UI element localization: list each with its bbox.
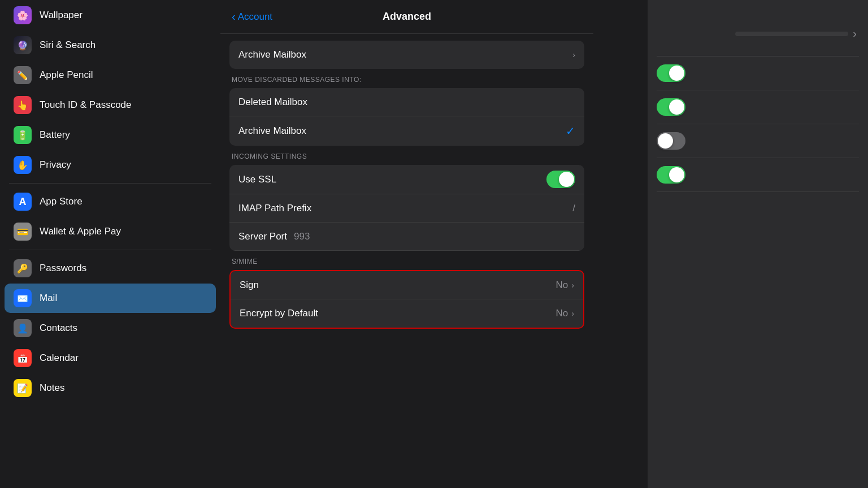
sign-label: Sign	[240, 280, 259, 291]
sidebar-item-wallet[interactable]: 💳 Wallet & Apple Pay	[5, 217, 216, 246]
right-toggle-row-3	[657, 124, 859, 158]
sidebar-label-appstore: App Store	[40, 196, 83, 207]
server-port-value: 993	[294, 231, 310, 242]
sidebar-label-calendar: Calendar	[40, 352, 79, 364]
sidebar-item-calendar[interactable]: 📅 Calendar	[5, 343, 216, 373]
sidebar-divider-1	[9, 183, 211, 184]
sidebar-label-wallet: Wallet & Apple Pay	[40, 226, 121, 237]
sidebar-label-battery: Battery	[40, 129, 70, 141]
contacts-icon: 👤	[14, 319, 32, 337]
sign-value-text: No	[556, 280, 568, 291]
toggle-4[interactable]	[657, 166, 685, 184]
notes-icon: 📝	[14, 379, 32, 397]
sidebar-item-passwords[interactable]: 🔑 Passwords	[5, 254, 216, 283]
encrypt-chevron: ›	[571, 309, 574, 318]
toggle-1[interactable]	[657, 64, 685, 82]
sidebar-item-notes[interactable]: 📝 Notes	[5, 373, 216, 403]
right-panel: ›	[648, 0, 868, 488]
advanced-modal: ‹ Account Advanced Archive Mailbox › MOV…	[220, 0, 593, 488]
sidebar-label-contacts: Contacts	[40, 323, 77, 334]
main-content: ‹ Account Advanced Archive Mailbox › MOV…	[220, 0, 868, 488]
move-discarded-header: MOVE DISCARDED MESSAGES INTO:	[220, 76, 593, 88]
sidebar-item-appstore[interactable]: A App Store	[5, 187, 216, 216]
archive-mailbox-value: ›	[572, 50, 575, 59]
deleted-mailbox-row[interactable]: Deleted Mailbox	[229, 88, 584, 116]
back-chevron-icon: ‹	[232, 10, 236, 23]
sidebar: 🌸 Wallpaper 🔮 Siri & Search ✏️ Apple Pen…	[0, 0, 220, 488]
sidebar-divider-2	[9, 250, 211, 250]
use-ssl-row: Use SSL	[229, 165, 584, 194]
smime-header: S/MIME	[220, 258, 593, 270]
incoming-settings-header: INCOMING SETTINGS	[220, 152, 593, 165]
sidebar-label-pencil: Apple Pencil	[40, 69, 93, 81]
sidebar-label-siri: Siri & Search	[40, 40, 96, 51]
archive-mailbox-group: Archive Mailbox ›	[229, 41, 584, 69]
sidebar-item-mail[interactable]: ✉️ Mail	[5, 284, 216, 313]
sidebar-label-wallpaper: Wallpaper	[40, 10, 83, 21]
modal-title: Advanced	[383, 11, 431, 23]
appstore-icon: A	[14, 193, 32, 211]
encrypt-value-text: No	[556, 308, 568, 319]
sign-value: No ›	[556, 280, 574, 291]
incoming-settings-group: Use SSL IMAP Path Prefix / Server Port 9…	[229, 165, 584, 251]
passwords-icon: 🔑	[14, 259, 32, 277]
toggle-2[interactable]	[657, 98, 685, 116]
sidebar-item-pencil[interactable]: ✏️ Apple Pencil	[5, 60, 216, 90]
sidebar-item-siri[interactable]: 🔮 Siri & Search	[5, 30, 216, 60]
archive-mailbox-chevron: ›	[572, 50, 575, 59]
back-button[interactable]: ‹ Account	[232, 10, 272, 23]
archive-mailbox-label2: Archive Mailbox	[238, 125, 306, 137]
sidebar-item-battery[interactable]: 🔋 Battery	[5, 120, 216, 150]
sidebar-label-notes: Notes	[40, 382, 64, 394]
use-ssl-toggle[interactable]	[546, 171, 575, 188]
sign-chevron: ›	[571, 281, 574, 290]
encrypt-row[interactable]: Encrypt by Default No ›	[231, 299, 583, 328]
move-discarded-group: Deleted Mailbox Archive Mailbox ✓	[229, 88, 584, 146]
sidebar-item-contacts[interactable]: 👤 Contacts	[5, 313, 216, 343]
sidebar-item-touchid[interactable]: 👆 Touch ID & Passcode	[5, 90, 216, 120]
wallet-icon: 💳	[14, 223, 32, 241]
touchid-icon: 👆	[14, 96, 32, 114]
mail-icon: ✉️	[14, 289, 32, 307]
archive-mailbox-row[interactable]: Archive Mailbox ›	[229, 41, 584, 69]
right-toggle-row-2	[657, 90, 859, 124]
archive-mailbox-label: Archive Mailbox	[238, 49, 306, 60]
server-port-label: Server Port	[238, 231, 287, 242]
sidebar-item-wallpaper[interactable]: 🌸 Wallpaper	[5, 1, 216, 30]
back-label: Account	[238, 11, 272, 23]
use-ssl-label: Use SSL	[238, 174, 276, 185]
checkmark-icon: ✓	[566, 124, 575, 138]
server-port-row[interactable]: Server Port 993	[229, 223, 584, 251]
wallpaper-icon: 🌸	[14, 6, 32, 24]
smime-group: Sign No › Encrypt by Default No ›	[229, 270, 584, 329]
imap-prefix-value: /	[572, 203, 575, 214]
sidebar-item-privacy[interactable]: ✋ Privacy	[5, 150, 216, 180]
archive-mailbox-row2[interactable]: Archive Mailbox ✓	[229, 116, 584, 146]
modal-header: ‹ Account Advanced	[220, 0, 593, 34]
modal-scroll[interactable]: Archive Mailbox › MOVE DISCARDED MESSAGE…	[220, 34, 593, 488]
sidebar-label-mail: Mail	[40, 293, 57, 304]
toggle-3[interactable]	[657, 132, 685, 150]
right-toggle-row-1	[657, 56, 859, 90]
privacy-icon: ✋	[14, 156, 32, 174]
pencil-icon: ✏️	[14, 66, 32, 84]
encrypt-value: No ›	[556, 308, 574, 319]
sidebar-label-touchid: Touch ID & Passcode	[40, 99, 132, 111]
right-toggle-row-4	[657, 158, 859, 192]
imap-prefix-label: IMAP Path Prefix	[238, 203, 311, 214]
sidebar-label-passwords: Passwords	[40, 263, 86, 274]
deleted-mailbox-label: Deleted Mailbox	[238, 97, 307, 108]
siri-icon: 🔮	[14, 36, 32, 54]
sign-row[interactable]: Sign No ›	[231, 271, 583, 299]
battery-icon: 🔋	[14, 126, 32, 144]
encrypt-label: Encrypt by Default	[240, 308, 318, 319]
calendar-icon: 📅	[14, 349, 32, 367]
sidebar-label-privacy: Privacy	[40, 159, 71, 171]
archive-mailbox-checkmark: ✓	[566, 124, 575, 138]
imap-prefix-row[interactable]: IMAP Path Prefix /	[229, 194, 584, 223]
